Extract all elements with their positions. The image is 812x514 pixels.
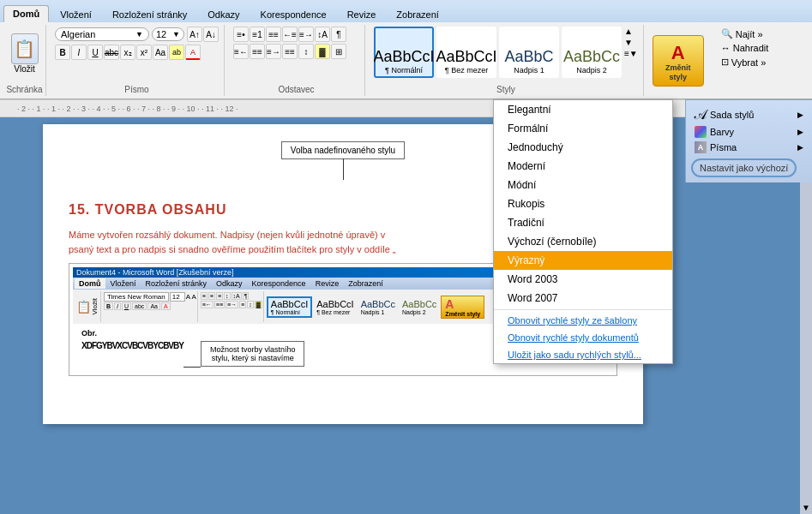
find-btn[interactable]: 🔍 Najít » [718, 27, 767, 41]
ribbon: Domů Vložení Rozložení stránky Odkazy Ko… [0, 0, 812, 100]
font-selector[interactable]: Algerian ▼ [55, 27, 149, 41]
inner-paste-icon: 📋 [76, 300, 91, 314]
show-formatting-btn[interactable]: ¶ [331, 27, 346, 42]
line-spacing-btn[interactable]: ↕ [298, 44, 314, 59]
increase-indent-btn[interactable]: ≡→ [298, 27, 314, 42]
style-nospace-label: ¶ Bez mezer [445, 66, 488, 75]
font-color-btn[interactable]: A [185, 45, 201, 60]
sort-btn[interactable]: ↕A [315, 27, 330, 42]
page-content: Volba nadefinovaného stylu 15. Tvorba ob… [0, 117, 800, 514]
inner-tab-odkazy[interactable]: Odkazy [212, 278, 247, 289]
style-vyrazny[interactable]: Výrazný [494, 251, 672, 270]
change-style-btn[interactable]: A Změnit styly [653, 35, 704, 87]
styles-scroll-up[interactable]: ▲ [624, 27, 638, 36]
list-bullets-btn[interactable]: ≡• [233, 27, 249, 42]
tab-vlozeni[interactable]: Vložení [51, 6, 101, 22]
styles-group: AaBbCcI ¶ Normální AaBbCcI ¶ Bez mezer A… [369, 25, 644, 96]
style-word2003[interactable]: Word 2003 [494, 270, 672, 289]
bold-btn[interactable]: B [55, 45, 70, 60]
style-elegantni[interactable]: Elegantní [494, 100, 672, 119]
inner-font-area: Times New Roman 12 A A B I U abc Aa A [103, 291, 198, 322]
app-window: Domů Vložení Rozložení stránky Odkazy Ko… [0, 0, 812, 514]
side-panel: 𝒜 Sada stylů Barvy A Písma Nastavit jako… [685, 99, 812, 182]
style-normal-btn[interactable]: AaBbCcI ¶ Normální [374, 27, 434, 78]
special-text: XDFGYBVXCVBCVBYCBVBY [81, 341, 183, 350]
inner-paste-area: 📋 Vložit [75, 291, 101, 322]
font-group-label: Písmo [50, 85, 224, 94]
borders-btn[interactable]: ⊞ [331, 44, 346, 59]
tab-zobrazeni[interactable]: Zobrazení [387, 6, 448, 22]
side-panel-pisma[interactable]: A Písma [691, 140, 807, 155]
ribbon-tabs: Domů Vložení Rozložení stránky Odkazy Ko… [0, 0, 812, 22]
action-obnovit-dokumenty[interactable]: Obnovit rychlé styly dokumentů [494, 329, 672, 346]
list-numbers-btn[interactable]: ≡1 [250, 27, 265, 42]
underline-btn[interactable]: U [87, 45, 103, 60]
superscript-btn[interactable]: x² [136, 45, 152, 60]
increase-font-btn[interactable]: A↑ [187, 27, 202, 42]
inner-paragraph-area: ≡ ≡ ≡ ↕ ↕A ¶ ≡← ≡≡ ≡→ ≡ [200, 291, 264, 322]
style-word2007[interactable]: Word 2007 [494, 289, 672, 308]
align-justify-btn[interactable]: ≡≡ [282, 44, 298, 59]
select-btn[interactable]: ⊡ Vybrat » [718, 55, 770, 69]
font-size[interactable]: 12 ▼ [152, 27, 184, 41]
change-case-btn[interactable]: Aa [153, 45, 168, 60]
ribbon-body: 📋 Vložit Schránka Algerian ▼ 12 [0, 22, 812, 99]
align-right-btn[interactable]: ≡→ [266, 44, 281, 59]
inner-tab-revize[interactable]: Revize [311, 278, 344, 289]
styles-scroll-down[interactable]: ▼ [624, 38, 638, 47]
tab-korespondence[interactable]: Korespondence [251, 6, 336, 22]
italic-btn[interactable]: I [71, 45, 87, 60]
tab-revize[interactable]: Revize [338, 6, 386, 22]
style-heading2-btn[interactable]: AaBbCc Nadpis 2 [562, 27, 622, 78]
style-heading1-label: Nadpis 1 [514, 66, 544, 75]
change-style-label: Změnit styly [660, 63, 696, 82]
inner-tab-rozlozeni[interactable]: Rozložení stránky [141, 278, 212, 289]
style-vychozi-cernobile[interactable]: Výchozí (černobíle) [494, 232, 672, 251]
shading-btn[interactable]: ▓ [315, 44, 330, 59]
styles-dropdown-menu: Elegantní Formální Jednoduchý Moderní Mó… [493, 99, 673, 364]
style-rukopis[interactable]: Rukopis [494, 194, 672, 213]
side-panel-sada-stylu[interactable]: 𝒜 Sada stylů [691, 105, 807, 124]
highlight-btn[interactable]: ab [169, 45, 184, 60]
paragraph-group: ≡• ≡1 ≡≡ ←≡ ≡→ ↕A ¶ ≡← ≡≡ ≡→ ≡≡ ↕ [228, 25, 365, 96]
action-ulozit-sadu[interactable]: Uložit jako sadu rychlých stylů... [494, 346, 672, 363]
tab-odkazy[interactable]: Odkazy [198, 6, 249, 22]
style-jednoduchy[interactable]: Jednoduchý [494, 138, 672, 157]
tab-domu[interactable]: Domů [3, 5, 49, 22]
paste-group-label: Schránka [3, 85, 45, 94]
style-tradicni[interactable]: Tradiční [494, 213, 672, 232]
action-obnovit-sablony[interactable]: Obnovit rychlé styly ze šablony [494, 312, 672, 329]
inner-tab-domu[interactable]: Domů [75, 278, 105, 289]
inner-tab-vlozeni[interactable]: Vložení [106, 278, 141, 289]
set-default-btn[interactable]: Nastavit jako výchozí [691, 158, 797, 177]
decrease-font-btn[interactable]: A↓ [203, 27, 219, 42]
styles-group-label: Styly [369, 85, 643, 94]
align-center-btn[interactable]: ≡≡ [250, 44, 265, 59]
decrease-indent-btn[interactable]: ←≡ [282, 27, 298, 42]
multilevel-list-btn[interactable]: ≡≡ [266, 27, 281, 42]
subscript-btn[interactable]: x₂ [120, 45, 135, 60]
inner-tab-korespondence[interactable]: Korespondence [248, 278, 310, 289]
style-heading2-label: Nadpis 2 [576, 66, 607, 75]
paragraph-group-label: Odstavec [228, 85, 364, 94]
dropdown-divider [494, 309, 672, 310]
strikethrough-btn[interactable]: abc [104, 45, 119, 60]
style-nospace-btn[interactable]: AaBbCcI ¶ Bez mezer [436, 27, 496, 78]
inner-tab-zobrazeni[interactable]: Zobrazení [344, 278, 388, 289]
side-panel-barvy[interactable]: Barvy [691, 124, 807, 140]
style-modni[interactable]: Módní [494, 176, 672, 194]
style-moderni[interactable]: Moderní [494, 157, 672, 176]
style-formalni[interactable]: Formální [494, 119, 672, 138]
style-heading1-btn[interactable]: AaBbC Nadpis 1 [499, 27, 559, 78]
scroll-down-arrow[interactable]: ▼ [800, 501, 812, 514]
callout-top: Volba nadefinovaného stylu [281, 141, 405, 159]
find-group: 🔍 Najít » ↔ Nahradit ⊡ Vybrat » [713, 25, 781, 96]
paste-group: 📋 Vložit Schránka [3, 25, 46, 96]
styles-dropdown-arrow[interactable]: ≡▼ [624, 49, 638, 58]
change-style-group: A Změnit styly [647, 25, 709, 96]
paste-button[interactable]: 📋 Vložit [11, 33, 39, 74]
align-left-btn[interactable]: ≡← [233, 44, 249, 59]
tab-rozlozeni[interactable]: Rozložení stránky [103, 6, 196, 22]
style-normal-label: ¶ Normální [385, 66, 423, 75]
replace-btn[interactable]: ↔ Nahradit [718, 41, 773, 55]
